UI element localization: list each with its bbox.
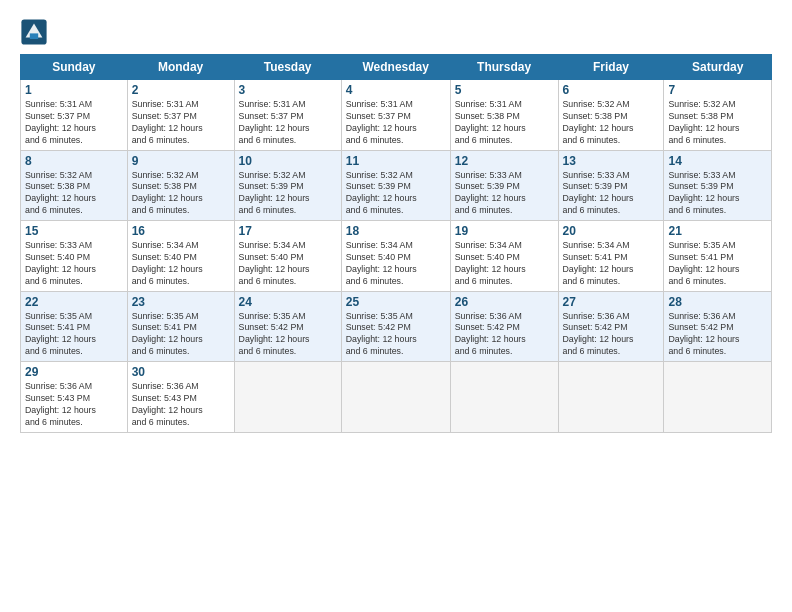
day-info: Sunrise: 5:33 AM Sunset: 5:40 PM Dayligh… <box>25 240 123 288</box>
day-info: Sunrise: 5:31 AM Sunset: 5:38 PM Dayligh… <box>455 99 554 147</box>
day-info: Sunrise: 5:36 AM Sunset: 5:42 PM Dayligh… <box>563 311 660 359</box>
calendar-cell: 3Sunrise: 5:31 AM Sunset: 5:37 PM Daylig… <box>234 80 341 151</box>
day-info: Sunrise: 5:34 AM Sunset: 5:40 PM Dayligh… <box>239 240 337 288</box>
calendar-cell: 15Sunrise: 5:33 AM Sunset: 5:40 PM Dayli… <box>21 221 128 292</box>
day-number: 15 <box>25 224 123 238</box>
day-number: 10 <box>239 154 337 168</box>
calendar-cell: 22Sunrise: 5:35 AM Sunset: 5:41 PM Dayli… <box>21 291 128 362</box>
day-number: 24 <box>239 295 337 309</box>
weekday-header-row: SundayMondayTuesdayWednesdayThursdayFrid… <box>21 55 772 80</box>
day-number: 8 <box>25 154 123 168</box>
calendar-cell: 26Sunrise: 5:36 AM Sunset: 5:42 PM Dayli… <box>450 291 558 362</box>
calendar-cell: 9Sunrise: 5:32 AM Sunset: 5:38 PM Daylig… <box>127 150 234 221</box>
calendar-cell: 29Sunrise: 5:36 AM Sunset: 5:43 PM Dayli… <box>21 362 128 433</box>
day-info: Sunrise: 5:33 AM Sunset: 5:39 PM Dayligh… <box>455 170 554 218</box>
calendar-cell: 16Sunrise: 5:34 AM Sunset: 5:40 PM Dayli… <box>127 221 234 292</box>
calendar-cell: 12Sunrise: 5:33 AM Sunset: 5:39 PM Dayli… <box>450 150 558 221</box>
day-info: Sunrise: 5:31 AM Sunset: 5:37 PM Dayligh… <box>346 99 446 147</box>
day-info: Sunrise: 5:33 AM Sunset: 5:39 PM Dayligh… <box>668 170 767 218</box>
day-info: Sunrise: 5:32 AM Sunset: 5:38 PM Dayligh… <box>25 170 123 218</box>
day-number: 11 <box>346 154 446 168</box>
calendar-cell <box>234 362 341 433</box>
day-info: Sunrise: 5:34 AM Sunset: 5:40 PM Dayligh… <box>455 240 554 288</box>
day-number: 21 <box>668 224 767 238</box>
calendar-table: SundayMondayTuesdayWednesdayThursdayFrid… <box>20 54 772 433</box>
day-number: 2 <box>132 83 230 97</box>
day-number: 3 <box>239 83 337 97</box>
day-info: Sunrise: 5:34 AM Sunset: 5:40 PM Dayligh… <box>346 240 446 288</box>
calendar-cell: 21Sunrise: 5:35 AM Sunset: 5:41 PM Dayli… <box>664 221 772 292</box>
weekday-header-monday: Monday <box>127 55 234 80</box>
weekday-header-sunday: Sunday <box>21 55 128 80</box>
day-info: Sunrise: 5:36 AM Sunset: 5:43 PM Dayligh… <box>25 381 123 429</box>
calendar-cell: 19Sunrise: 5:34 AM Sunset: 5:40 PM Dayli… <box>450 221 558 292</box>
calendar-cell: 6Sunrise: 5:32 AM Sunset: 5:38 PM Daylig… <box>558 80 664 151</box>
day-info: Sunrise: 5:32 AM Sunset: 5:38 PM Dayligh… <box>132 170 230 218</box>
day-number: 9 <box>132 154 230 168</box>
day-info: Sunrise: 5:31 AM Sunset: 5:37 PM Dayligh… <box>25 99 123 147</box>
weekday-header-saturday: Saturday <box>664 55 772 80</box>
day-number: 12 <box>455 154 554 168</box>
day-info: Sunrise: 5:35 AM Sunset: 5:42 PM Dayligh… <box>346 311 446 359</box>
weekday-header-friday: Friday <box>558 55 664 80</box>
calendar-cell: 7Sunrise: 5:32 AM Sunset: 5:38 PM Daylig… <box>664 80 772 151</box>
calendar-cell: 1Sunrise: 5:31 AM Sunset: 5:37 PM Daylig… <box>21 80 128 151</box>
calendar-cell: 23Sunrise: 5:35 AM Sunset: 5:41 PM Dayli… <box>127 291 234 362</box>
day-info: Sunrise: 5:31 AM Sunset: 5:37 PM Dayligh… <box>132 99 230 147</box>
day-info: Sunrise: 5:32 AM Sunset: 5:39 PM Dayligh… <box>239 170 337 218</box>
day-number: 5 <box>455 83 554 97</box>
day-number: 26 <box>455 295 554 309</box>
calendar-cell: 17Sunrise: 5:34 AM Sunset: 5:40 PM Dayli… <box>234 221 341 292</box>
logo-icon <box>20 18 48 46</box>
logo <box>20 18 52 46</box>
calendar-cell: 14Sunrise: 5:33 AM Sunset: 5:39 PM Dayli… <box>664 150 772 221</box>
day-info: Sunrise: 5:35 AM Sunset: 5:41 PM Dayligh… <box>132 311 230 359</box>
day-number: 23 <box>132 295 230 309</box>
day-number: 19 <box>455 224 554 238</box>
day-number: 1 <box>25 83 123 97</box>
calendar-cell <box>558 362 664 433</box>
day-number: 17 <box>239 224 337 238</box>
header <box>20 18 772 46</box>
calendar-cell: 10Sunrise: 5:32 AM Sunset: 5:39 PM Dayli… <box>234 150 341 221</box>
day-number: 29 <box>25 365 123 379</box>
day-info: Sunrise: 5:32 AM Sunset: 5:38 PM Dayligh… <box>668 99 767 147</box>
day-number: 30 <box>132 365 230 379</box>
calendar-cell: 24Sunrise: 5:35 AM Sunset: 5:42 PM Dayli… <box>234 291 341 362</box>
calendar-cell <box>341 362 450 433</box>
day-info: Sunrise: 5:35 AM Sunset: 5:41 PM Dayligh… <box>25 311 123 359</box>
calendar-cell: 5Sunrise: 5:31 AM Sunset: 5:38 PM Daylig… <box>450 80 558 151</box>
weekday-header-tuesday: Tuesday <box>234 55 341 80</box>
day-number: 4 <box>346 83 446 97</box>
calendar-week-row: 15Sunrise: 5:33 AM Sunset: 5:40 PM Dayli… <box>21 221 772 292</box>
day-number: 25 <box>346 295 446 309</box>
calendar-cell <box>450 362 558 433</box>
weekday-header-thursday: Thursday <box>450 55 558 80</box>
calendar-cell: 8Sunrise: 5:32 AM Sunset: 5:38 PM Daylig… <box>21 150 128 221</box>
calendar-cell: 28Sunrise: 5:36 AM Sunset: 5:42 PM Dayli… <box>664 291 772 362</box>
day-number: 14 <box>668 154 767 168</box>
day-info: Sunrise: 5:32 AM Sunset: 5:39 PM Dayligh… <box>346 170 446 218</box>
calendar-cell: 13Sunrise: 5:33 AM Sunset: 5:39 PM Dayli… <box>558 150 664 221</box>
day-info: Sunrise: 5:36 AM Sunset: 5:42 PM Dayligh… <box>668 311 767 359</box>
day-number: 27 <box>563 295 660 309</box>
page: SundayMondayTuesdayWednesdayThursdayFrid… <box>0 0 792 612</box>
calendar-cell: 30Sunrise: 5:36 AM Sunset: 5:43 PM Dayli… <box>127 362 234 433</box>
day-number: 7 <box>668 83 767 97</box>
day-info: Sunrise: 5:36 AM Sunset: 5:43 PM Dayligh… <box>132 381 230 429</box>
calendar-week-row: 29Sunrise: 5:36 AM Sunset: 5:43 PM Dayli… <box>21 362 772 433</box>
day-info: Sunrise: 5:34 AM Sunset: 5:41 PM Dayligh… <box>563 240 660 288</box>
calendar-week-row: 22Sunrise: 5:35 AM Sunset: 5:41 PM Dayli… <box>21 291 772 362</box>
day-info: Sunrise: 5:33 AM Sunset: 5:39 PM Dayligh… <box>563 170 660 218</box>
day-info: Sunrise: 5:32 AM Sunset: 5:38 PM Dayligh… <box>563 99 660 147</box>
day-info: Sunrise: 5:31 AM Sunset: 5:37 PM Dayligh… <box>239 99 337 147</box>
calendar-week-row: 1Sunrise: 5:31 AM Sunset: 5:37 PM Daylig… <box>21 80 772 151</box>
day-number: 18 <box>346 224 446 238</box>
calendar-cell: 27Sunrise: 5:36 AM Sunset: 5:42 PM Dayli… <box>558 291 664 362</box>
calendar-cell: 4Sunrise: 5:31 AM Sunset: 5:37 PM Daylig… <box>341 80 450 151</box>
day-info: Sunrise: 5:35 AM Sunset: 5:42 PM Dayligh… <box>239 311 337 359</box>
day-number: 20 <box>563 224 660 238</box>
day-number: 16 <box>132 224 230 238</box>
calendar-week-row: 8Sunrise: 5:32 AM Sunset: 5:38 PM Daylig… <box>21 150 772 221</box>
day-number: 6 <box>563 83 660 97</box>
